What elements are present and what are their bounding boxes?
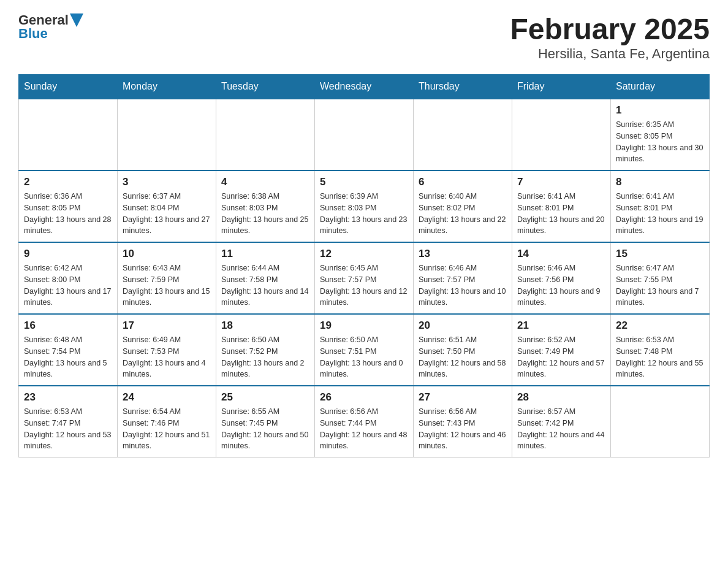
calendar-table: SundayMondayTuesdayWednesdayThursdayFrid… <box>18 74 710 458</box>
day-info: Sunrise: 6:51 AM Sunset: 7:50 PM Dayligh… <box>419 334 507 380</box>
day-info: Sunrise: 6:38 AM Sunset: 8:03 PM Dayligh… <box>221 191 309 237</box>
calendar-cell: 6Sunrise: 6:40 AM Sunset: 8:02 PM Daylig… <box>414 170 512 242</box>
day-info: Sunrise: 6:54 AM Sunset: 7:46 PM Dayligh… <box>123 406 211 452</box>
calendar-cell: 16Sunrise: 6:48 AM Sunset: 7:54 PM Dayli… <box>19 314 118 386</box>
day-info: Sunrise: 6:50 AM Sunset: 7:51 PM Dayligh… <box>320 334 408 380</box>
day-number: 18 <box>221 320 309 332</box>
day-info: Sunrise: 6:57 AM Sunset: 7:42 PM Dayligh… <box>517 406 605 452</box>
calendar-cell: 21Sunrise: 6:52 AM Sunset: 7:49 PM Dayli… <box>512 314 611 386</box>
day-info: Sunrise: 6:52 AM Sunset: 7:49 PM Dayligh… <box>517 334 605 380</box>
logo-blue-text: Blue <box>18 26 48 42</box>
day-info: Sunrise: 6:53 AM Sunset: 7:47 PM Dayligh… <box>24 406 112 452</box>
day-info: Sunrise: 6:46 AM Sunset: 7:56 PM Dayligh… <box>517 262 605 308</box>
calendar-cell <box>611 386 710 458</box>
day-number: 28 <box>517 391 605 404</box>
day-info: Sunrise: 6:43 AM Sunset: 7:59 PM Dayligh… <box>123 262 211 308</box>
calendar-cell: 22Sunrise: 6:53 AM Sunset: 7:48 PM Dayli… <box>611 314 710 386</box>
calendar-week-row: 2Sunrise: 6:36 AM Sunset: 8:05 PM Daylig… <box>19 170 710 242</box>
calendar-cell <box>414 99 512 170</box>
day-number: 6 <box>419 176 507 188</box>
weekday-header-tuesday: Tuesday <box>216 75 315 99</box>
logo: General Blue <box>18 12 83 42</box>
day-number: 21 <box>517 320 605 332</box>
calendar-cell <box>19 99 118 170</box>
day-info: Sunrise: 6:55 AM Sunset: 7:45 PM Dayligh… <box>221 406 309 452</box>
calendar-cell: 2Sunrise: 6:36 AM Sunset: 8:05 PM Daylig… <box>19 170 118 242</box>
day-number: 27 <box>419 391 507 404</box>
day-info: Sunrise: 6:41 AM Sunset: 8:01 PM Dayligh… <box>616 191 704 237</box>
day-number: 17 <box>123 320 211 332</box>
calendar-cell: 28Sunrise: 6:57 AM Sunset: 7:42 PM Dayli… <box>512 386 611 458</box>
calendar-cell: 19Sunrise: 6:50 AM Sunset: 7:51 PM Dayli… <box>315 314 414 386</box>
calendar-cell: 15Sunrise: 6:47 AM Sunset: 7:55 PM Dayli… <box>611 242 710 314</box>
day-number: 14 <box>517 248 605 260</box>
day-number: 2 <box>24 176 112 188</box>
logo-triangle-icon <box>70 13 83 27</box>
calendar-week-row: 9Sunrise: 6:42 AM Sunset: 8:00 PM Daylig… <box>19 242 710 314</box>
page-header: General Blue February 2025 Hersilia, San… <box>18 12 710 62</box>
svg-marker-0 <box>70 13 83 27</box>
day-number: 4 <box>221 176 309 188</box>
day-number: 26 <box>320 391 408 404</box>
day-number: 22 <box>616 320 704 332</box>
day-number: 13 <box>419 248 507 260</box>
calendar-cell <box>512 99 611 170</box>
calendar-cell <box>315 99 414 170</box>
weekday-header-thursday: Thursday <box>414 75 512 99</box>
weekday-header-sunday: Sunday <box>19 75 118 99</box>
day-info: Sunrise: 6:56 AM Sunset: 7:44 PM Dayligh… <box>320 406 408 452</box>
calendar-week-row: 1Sunrise: 6:35 AM Sunset: 8:05 PM Daylig… <box>19 99 710 170</box>
calendar-week-row: 23Sunrise: 6:53 AM Sunset: 7:47 PM Dayli… <box>19 386 710 458</box>
day-info: Sunrise: 6:40 AM Sunset: 8:02 PM Dayligh… <box>419 191 507 237</box>
calendar-cell: 20Sunrise: 6:51 AM Sunset: 7:50 PM Dayli… <box>414 314 512 386</box>
day-number: 16 <box>24 320 112 332</box>
day-number: 8 <box>616 176 704 188</box>
day-info: Sunrise: 6:56 AM Sunset: 7:43 PM Dayligh… <box>419 406 507 452</box>
calendar-cell: 10Sunrise: 6:43 AM Sunset: 7:59 PM Dayli… <box>118 242 216 314</box>
day-number: 19 <box>320 320 408 332</box>
calendar-cell: 14Sunrise: 6:46 AM Sunset: 7:56 PM Dayli… <box>512 242 611 314</box>
day-info: Sunrise: 6:35 AM Sunset: 8:05 PM Dayligh… <box>616 119 704 165</box>
day-info: Sunrise: 6:37 AM Sunset: 8:04 PM Dayligh… <box>123 191 211 237</box>
calendar-cell: 12Sunrise: 6:45 AM Sunset: 7:57 PM Dayli… <box>315 242 414 314</box>
weekday-header-monday: Monday <box>118 75 216 99</box>
day-info: Sunrise: 6:45 AM Sunset: 7:57 PM Dayligh… <box>320 262 408 308</box>
calendar-week-row: 16Sunrise: 6:48 AM Sunset: 7:54 PM Dayli… <box>19 314 710 386</box>
day-info: Sunrise: 6:53 AM Sunset: 7:48 PM Dayligh… <box>616 334 704 380</box>
day-info: Sunrise: 6:48 AM Sunset: 7:54 PM Dayligh… <box>24 334 112 380</box>
day-info: Sunrise: 6:36 AM Sunset: 8:05 PM Dayligh… <box>24 191 112 237</box>
day-number: 9 <box>24 248 112 260</box>
calendar-cell: 13Sunrise: 6:46 AM Sunset: 7:57 PM Dayli… <box>414 242 512 314</box>
day-number: 23 <box>24 391 112 404</box>
day-number: 20 <box>419 320 507 332</box>
day-number: 3 <box>123 176 211 188</box>
day-number: 11 <box>221 248 309 260</box>
day-info: Sunrise: 6:49 AM Sunset: 7:53 PM Dayligh… <box>123 334 211 380</box>
title-block: February 2025 Hersilia, Santa Fe, Argent… <box>510 12 710 62</box>
day-info: Sunrise: 6:47 AM Sunset: 7:55 PM Dayligh… <box>616 262 704 308</box>
calendar-cell <box>118 99 216 170</box>
calendar-cell: 11Sunrise: 6:44 AM Sunset: 7:58 PM Dayli… <box>216 242 315 314</box>
calendar-cell: 17Sunrise: 6:49 AM Sunset: 7:53 PM Dayli… <box>118 314 216 386</box>
calendar-cell: 18Sunrise: 6:50 AM Sunset: 7:52 PM Dayli… <box>216 314 315 386</box>
day-number: 24 <box>123 391 211 404</box>
day-number: 12 <box>320 248 408 260</box>
calendar-header-row: SundayMondayTuesdayWednesdayThursdayFrid… <box>19 75 710 99</box>
calendar-cell: 7Sunrise: 6:41 AM Sunset: 8:01 PM Daylig… <box>512 170 611 242</box>
calendar-cell: 23Sunrise: 6:53 AM Sunset: 7:47 PM Dayli… <box>19 386 118 458</box>
weekday-header-saturday: Saturday <box>611 75 710 99</box>
calendar-cell: 1Sunrise: 6:35 AM Sunset: 8:05 PM Daylig… <box>611 99 710 170</box>
day-info: Sunrise: 6:46 AM Sunset: 7:57 PM Dayligh… <box>419 262 507 308</box>
location-title: Hersilia, Santa Fe, Argentina <box>510 46 710 62</box>
day-number: 7 <box>517 176 605 188</box>
day-number: 5 <box>320 176 408 188</box>
day-info: Sunrise: 6:41 AM Sunset: 8:01 PM Dayligh… <box>517 191 605 237</box>
calendar-cell: 24Sunrise: 6:54 AM Sunset: 7:46 PM Dayli… <box>118 386 216 458</box>
day-info: Sunrise: 6:42 AM Sunset: 8:00 PM Dayligh… <box>24 262 112 308</box>
day-number: 15 <box>616 248 704 260</box>
weekday-header-friday: Friday <box>512 75 611 99</box>
calendar-cell: 5Sunrise: 6:39 AM Sunset: 8:03 PM Daylig… <box>315 170 414 242</box>
calendar-cell: 9Sunrise: 6:42 AM Sunset: 8:00 PM Daylig… <box>19 242 118 314</box>
day-number: 10 <box>123 248 211 260</box>
calendar-cell: 8Sunrise: 6:41 AM Sunset: 8:01 PM Daylig… <box>611 170 710 242</box>
